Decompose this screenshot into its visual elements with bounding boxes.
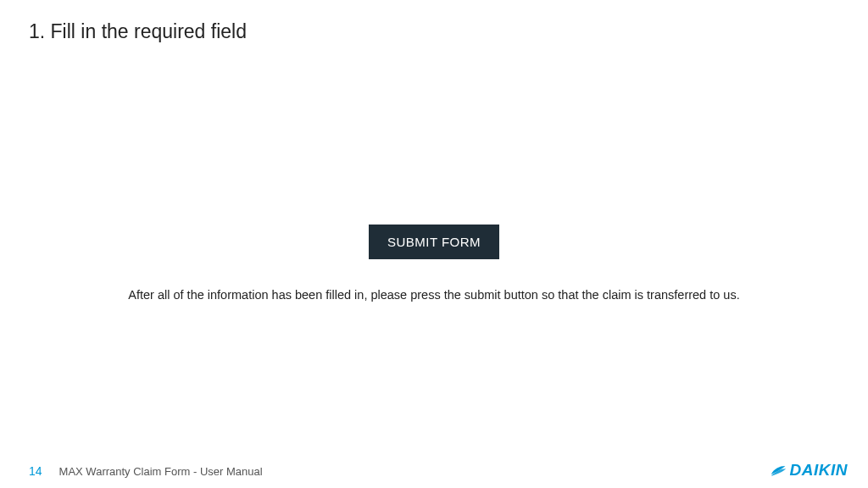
brand-logo: DAIKIN bbox=[770, 461, 848, 480]
instruction-text: After all of the information has been fi… bbox=[0, 288, 868, 302]
brand-name: DAIKIN bbox=[790, 461, 848, 480]
footer: 14 MAX Warranty Claim Form - User Manual bbox=[29, 464, 263, 478]
daikin-swoosh-icon bbox=[770, 462, 787, 479]
page-number: 14 bbox=[29, 464, 42, 478]
section-heading: 1. Fill in the required field bbox=[29, 20, 247, 43]
main-content: SUBMIT FORM After all of the information… bbox=[0, 225, 868, 302]
submit-form-button[interactable]: SUBMIT FORM bbox=[369, 225, 499, 259]
footer-doc-title: MAX Warranty Claim Form - User Manual bbox=[59, 465, 263, 478]
